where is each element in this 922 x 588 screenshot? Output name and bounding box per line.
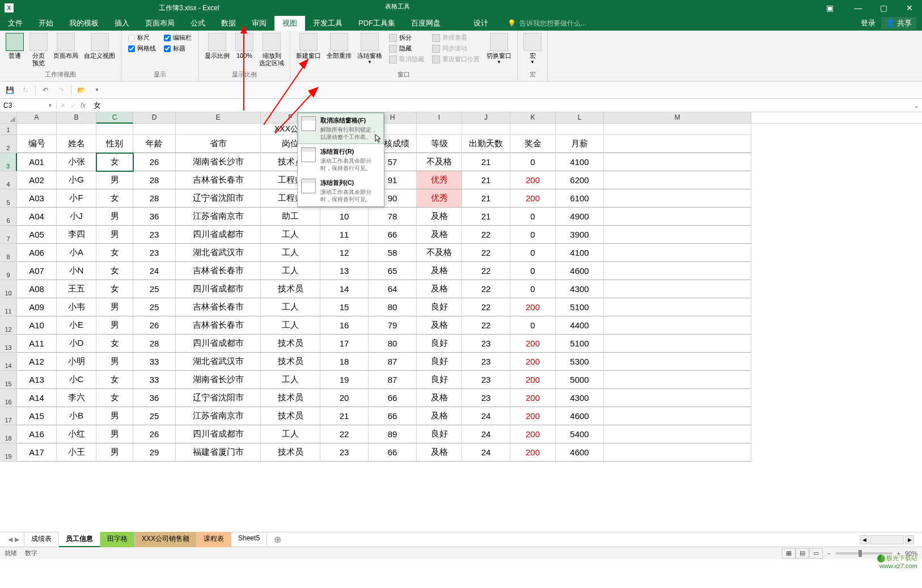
switch-windows-button[interactable]: 切换窗口▼ [484, 32, 514, 66]
cell[interactable]: 编号 [17, 135, 57, 153]
cell[interactable] [17, 124, 57, 135]
cell[interactable]: 吉林省长春市 [176, 298, 261, 316]
cell[interactable]: 15 [320, 298, 369, 316]
cell[interactable]: 工人 [261, 316, 320, 335]
qat-undo-button[interactable]: ↶ [39, 84, 52, 96]
cell[interactable]: A01 [17, 153, 57, 171]
cell[interactable]: 78 [369, 208, 417, 226]
cell[interactable]: A06 [17, 244, 57, 262]
cell[interactable]: 及格 [417, 389, 462, 407]
hide-button[interactable]: 隐藏 [387, 44, 426, 53]
view-side-by-side-button[interactable]: 并排查看 [430, 33, 482, 43]
cell[interactable]: 4300 [556, 280, 604, 298]
tab-my-templates[interactable]: 我的模板 [61, 16, 107, 31]
hscroll-left[interactable]: ◀ [860, 535, 869, 544]
cell[interactable]: 22 [462, 226, 510, 244]
cell[interactable]: 200 [510, 353, 556, 371]
cell[interactable]: 四川省成都市 [176, 280, 261, 298]
cell[interactable] [604, 171, 751, 189]
cell[interactable]: 月薪 [556, 135, 604, 153]
cell[interactable]: 3900 [556, 226, 604, 244]
cell[interactable]: A07 [17, 262, 57, 280]
cell[interactable] [556, 124, 604, 135]
col-header-I[interactable]: I [417, 112, 462, 123]
cell[interactable]: A13 [17, 371, 57, 389]
cell[interactable]: 女 [96, 262, 133, 280]
cell[interactable]: 26 [133, 153, 176, 171]
col-header-A[interactable]: A [17, 112, 57, 123]
freeze-first-col-item[interactable]: 冻结首列(C) 滚动工作表其余部分时，保持首列可见。 [298, 175, 384, 206]
cell[interactable]: 22 [462, 298, 510, 316]
cell[interactable]: 省市 [176, 135, 261, 153]
cell[interactable]: 江苏省南京市 [176, 407, 261, 425]
spreadsheet-grid[interactable]: ABCDEFGHIJKLM 1XXX公司2编号姓名性别年龄省市岗位工号考核成绩等… [0, 112, 922, 532]
cell[interactable]: 姓名 [57, 135, 96, 153]
ruler-checkbox[interactable]: 标尺 [126, 33, 158, 43]
cell[interactable]: 小明 [57, 353, 96, 371]
unfreeze-panes-item[interactable]: 取消冻结窗格(F) 解除所有行和列锁定，以滚动整个工作表。 [298, 113, 384, 144]
cell[interactable]: 男 [96, 298, 133, 316]
row-header[interactable]: 9 [0, 262, 17, 280]
cell[interactable]: 不及格 [417, 244, 462, 262]
row-header[interactable]: 8 [0, 244, 17, 262]
cell[interactable]: 奖金 [510, 135, 556, 153]
cell[interactable]: 10 [320, 208, 369, 226]
cell[interactable]: 22 [462, 280, 510, 298]
formula-bar-checkbox[interactable]: 编辑栏 [162, 33, 194, 43]
hscroll-right[interactable]: ▶ [905, 535, 914, 544]
cell[interactable]: 24 [462, 443, 510, 462]
cell[interactable]: 良好 [417, 353, 462, 371]
sheet-tab[interactable]: 课程表 [197, 532, 231, 547]
cell[interactable]: 80 [369, 335, 417, 353]
cell[interactable]: 200 [510, 407, 556, 425]
cell[interactable]: 19 [320, 371, 369, 389]
cell[interactable]: 6200 [556, 171, 604, 189]
cell[interactable]: 33 [133, 353, 176, 371]
cell[interactable]: 工人 [261, 425, 320, 443]
cell[interactable]: A05 [17, 226, 57, 244]
cell[interactable]: 4400 [556, 316, 604, 335]
cell[interactable]: 等级 [417, 135, 462, 153]
cell[interactable]: 26 [133, 425, 176, 443]
tab-formulas[interactable]: 公式 [183, 16, 213, 31]
maximize-button[interactable]: ▢ [871, 0, 896, 16]
cell[interactable]: 小G [57, 171, 96, 189]
macros-button[interactable]: 宏▼ [521, 32, 544, 66]
cell[interactable]: A11 [17, 335, 57, 353]
cell[interactable]: 性别 [96, 135, 133, 153]
cell[interactable]: 18 [320, 353, 369, 371]
freeze-top-row-item[interactable]: 冻结首行(R) 滚动工作表其余部分时，保持首行可见。 [298, 144, 384, 175]
cell[interactable]: 男 [96, 407, 133, 425]
share-button[interactable]: 👤 共享 [881, 17, 916, 29]
cell[interactable]: 吉林省长春市 [176, 316, 261, 335]
cell[interactable]: 23 [462, 371, 510, 389]
cell[interactable]: 22 [462, 244, 510, 262]
cell[interactable]: 16 [320, 316, 369, 335]
tab-page-layout[interactable]: 页面布局 [137, 16, 183, 31]
cancel-formula-button[interactable]: ✕ [60, 101, 66, 109]
cell[interactable]: 0 [510, 208, 556, 226]
col-header-C[interactable]: C [96, 112, 133, 124]
sheet-tab[interactable]: 成绩表 [24, 532, 59, 547]
page-break-shortcut[interactable]: ▭ [809, 548, 823, 559]
cell[interactable]: 小J [57, 208, 96, 226]
cell[interactable]: A12 [17, 353, 57, 371]
cell[interactable]: 5100 [556, 298, 604, 316]
cell[interactable]: 小韦 [57, 298, 96, 316]
cell[interactable]: 技术员 [261, 335, 320, 353]
cell[interactable]: 36 [133, 389, 176, 407]
cell[interactable]: 小N [57, 262, 96, 280]
cell[interactable]: 24 [462, 425, 510, 443]
cell[interactable]: 小张 [57, 153, 96, 171]
cell[interactable]: 湖南省长沙市 [176, 371, 261, 389]
cell[interactable]: 小A [57, 244, 96, 262]
cell[interactable]: 66 [369, 407, 417, 425]
cell[interactable]: A09 [17, 298, 57, 316]
row-header[interactable]: 6 [0, 208, 17, 226]
cell[interactable]: 男 [96, 171, 133, 189]
sheet-nav-prev[interactable]: ◀ [8, 536, 12, 543]
cell[interactable]: 男 [96, 353, 133, 371]
cell[interactable]: 女 [96, 371, 133, 389]
cell[interactable]: 21 [320, 407, 369, 425]
zoom-button[interactable]: 显示比例 [202, 32, 232, 61]
